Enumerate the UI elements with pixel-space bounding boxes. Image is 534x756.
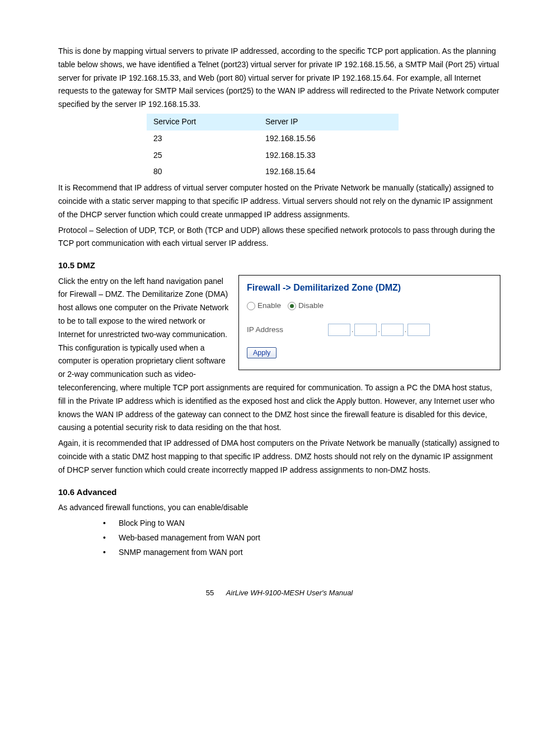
- cell-ip: 192.168.15.33: [265, 149, 399, 162]
- page-footer: 55 AirLive WH-9100-MESH User's Manual: [58, 587, 500, 599]
- dot-separator: .: [405, 324, 406, 335]
- apply-button[interactable]: Apply: [247, 347, 277, 358]
- heading-dmz: 10.5 DMZ: [58, 258, 500, 273]
- enable-label: Enable: [257, 300, 281, 312]
- after-table-paragraph: It is Recommend that IP address of virtu…: [58, 181, 500, 221]
- ip-octet-2[interactable]: [354, 324, 377, 336]
- table-row: 80 192.168.15.64: [147, 164, 399, 180]
- enable-radio[interactable]: [247, 302, 255, 310]
- header-port: Service Port: [153, 115, 265, 129]
- list-item: Web-based management from WAN port: [103, 531, 500, 545]
- cell-ip: 192.168.15.64: [265, 165, 399, 179]
- cell-port: 80: [153, 165, 265, 179]
- servers-table: Service Port Server IP 23 192.168.15.56 …: [147, 114, 399, 180]
- cell-ip: 192.168.15.56: [265, 132, 399, 146]
- advanced-intro-paragraph: As advanced firewall functions, you can …: [58, 501, 500, 515]
- dot-separator: .: [378, 324, 380, 335]
- table-row: 23 192.168.15.56: [147, 130, 399, 147]
- panel-title: Firewall -> Demilitarized Zone (DMZ): [247, 280, 492, 295]
- ip-address-label: IP Address: [247, 324, 283, 337]
- header-ip: Server IP: [265, 115, 399, 129]
- manual-title: AirLive WH-9100-MESH User's Manual: [226, 589, 353, 597]
- cell-port: 23: [153, 132, 265, 146]
- advanced-bullet-list: Block Ping to WAN Web-based management f…: [58, 517, 500, 559]
- table-row: 25 192.168.15.33: [147, 147, 399, 164]
- table-header-row: Service Port Server IP: [147, 114, 399, 130]
- page-number: 55: [206, 589, 214, 597]
- protocol-paragraph: Protocol – Selection of UDP, TCP, or Bot…: [58, 224, 500, 251]
- disable-label: Disable: [298, 300, 324, 312]
- ip-octet-1[interactable]: [328, 324, 350, 336]
- cell-port: 25: [153, 149, 265, 162]
- intro-paragraph: This is done by mapping virtual servers …: [58, 45, 500, 111]
- ip-address-input-group: . . .: [328, 324, 430, 336]
- dot-separator: .: [352, 324, 353, 335]
- heading-advanced: 10.6 Advanced: [58, 485, 500, 500]
- dmz-again-paragraph: Again, it is recommended that IP address…: [58, 437, 500, 477]
- ip-octet-3[interactable]: [381, 324, 404, 336]
- ip-octet-4[interactable]: [407, 324, 430, 336]
- disable-radio[interactable]: [288, 302, 296, 310]
- dmz-config-panel: Firewall -> Demilitarized Zone (DMZ) Ena…: [238, 275, 500, 370]
- list-item: Block Ping to WAN: [103, 517, 500, 530]
- list-item: SNMP management from WAN port: [103, 546, 500, 559]
